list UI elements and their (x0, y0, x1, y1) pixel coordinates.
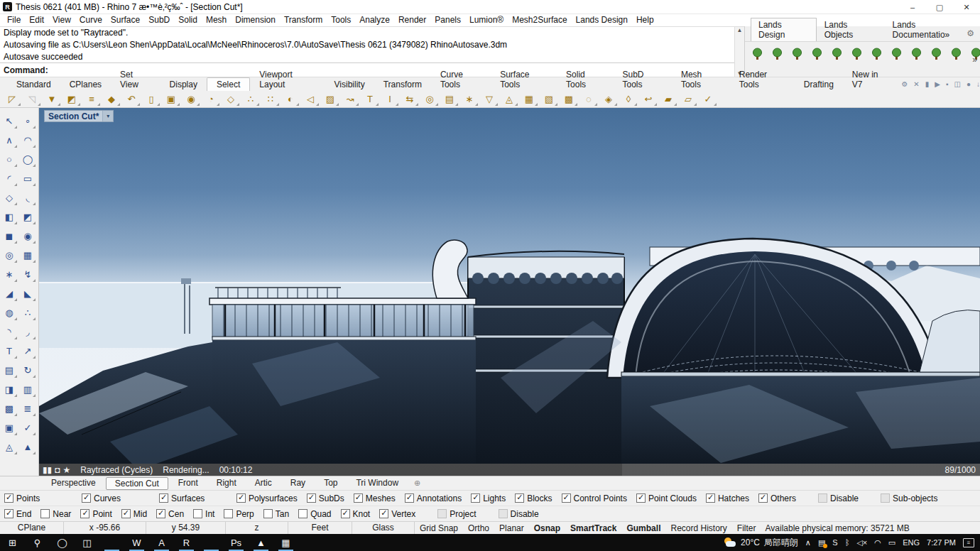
select-boundary-icon[interactable]: ◈ (599, 92, 619, 107)
select-name-icon[interactable]: ▯ (141, 92, 161, 107)
search-button[interactable]: ⚲ (25, 534, 50, 551)
start-button[interactable]: ⊞ (0, 534, 25, 551)
select-extrusion-icon[interactable]: ▩ (559, 92, 579, 107)
viewport-menu-icon[interactable]: ▾ (102, 111, 113, 121)
point-cloud-icon[interactable]: ∴ (19, 304, 36, 321)
select-last-icon[interactable]: ◆ (102, 92, 121, 107)
screenshare-icon[interactable]: ▤ (818, 538, 825, 547)
select-surface-icon[interactable]: ◇ (221, 92, 241, 107)
solid-edit-icon[interactable]: ◨ (1, 381, 18, 398)
osnap-checkbox[interactable]: Perp (224, 509, 254, 519)
status-cell[interactable]: Feet (288, 522, 352, 535)
select-light-icon[interactable]: ∗ (459, 92, 479, 107)
extrude-icon[interactable]: ↯ (19, 266, 36, 283)
select-region-icon[interactable]: ▰ (658, 92, 678, 107)
stop-icon[interactable]: ▪ (946, 80, 949, 89)
settings-gear-icon[interactable]: ⚙ (901, 80, 908, 89)
record-icon[interactable]: ● (967, 80, 971, 89)
selection-filter-checkbox[interactable]: Others (758, 493, 796, 503)
lands-gear-icon[interactable]: ⚙ (967, 28, 974, 38)
osnap-checkbox[interactable]: Int (193, 509, 214, 519)
move-icon[interactable]: ↗ (19, 342, 36, 359)
selection-filter-checkbox[interactable]: Polysurfaces (236, 493, 298, 503)
distribute-icon[interactable]: ≣ (19, 400, 36, 417)
toolbar-tab[interactable]: Viewport Layout (250, 68, 325, 91)
select-color-icon[interactable]: ◉ (181, 92, 201, 107)
selection-filter-checkbox[interactable]: Points (4, 493, 72, 503)
menu-item[interactable]: Render (394, 14, 430, 26)
menu-item[interactable]: Dimension (231, 14, 280, 26)
status-toggle[interactable]: Ortho (463, 523, 494, 533)
ellipse-icon[interactable]: ◯ (19, 151, 36, 168)
battery-icon[interactable]: ▭ (888, 538, 895, 547)
lock-render-icon[interactable]: ◘ (55, 465, 60, 475)
selection-filter-checkbox[interactable]: Point Clouds (636, 493, 697, 503)
new-viewport-tab-icon[interactable]: ⊕ (414, 479, 420, 488)
copy-icon[interactable]: ▣ (1, 419, 18, 436)
viewport-tab[interactable]: Right (208, 477, 245, 490)
toolbar-tab[interactable]: Transform (374, 78, 431, 91)
osnap-checkbox[interactable]: Point (80, 509, 111, 519)
selection-filter-checkbox[interactable]: Annotations (405, 493, 462, 503)
menu-item[interactable]: Mesh2Surface (508, 14, 571, 26)
surface-network-icon[interactable]: ▦ (19, 246, 36, 263)
select-mesh-icon[interactable]: ▦ (519, 92, 539, 107)
selection-filter-checkbox[interactable]: Control Points (562, 493, 627, 503)
status-toggle[interactable]: Gumball (621, 523, 665, 533)
trim-icon[interactable]: ◢ (1, 285, 18, 302)
plant-species-icon[interactable] (769, 45, 785, 63)
viewport-tab[interactable]: Tri Window (347, 477, 407, 490)
lands-overflow-icon[interactable]: » (972, 55, 977, 65)
lands-tab[interactable]: Lands Design (751, 18, 817, 41)
select-layer-icon[interactable]: ≡ (82, 92, 102, 107)
explode-icon[interactable]: ∗ (1, 266, 18, 283)
select-points-icon[interactable]: ◸ (2, 92, 22, 107)
selection-filter-checkbox[interactable]: Blocks (515, 493, 552, 503)
lands-tab[interactable]: Lands Documentatio» (885, 18, 980, 41)
select-small-icon[interactable]: ∴ (241, 92, 261, 107)
status-toggle[interactable]: Filter (732, 523, 761, 533)
osnap-checkbox[interactable]: Tan (263, 509, 289, 519)
selection-filter-checkbox[interactable]: Surfaces (159, 493, 227, 503)
osnap-checkbox[interactable]: Near (40, 509, 71, 519)
close-toolbar-icon[interactable]: ✕ (913, 80, 919, 89)
select-clipping-icon[interactable]: ▽ (479, 92, 499, 107)
box-icon[interactable]: ◼ (1, 227, 18, 244)
shrub-icon[interactable] (869, 45, 884, 63)
block-icon[interactable]: ▤ (1, 361, 18, 378)
status-toggle[interactable]: SmartTrack (565, 523, 621, 533)
menu-item[interactable]: Tools (327, 14, 355, 26)
select-hatch-icon[interactable]: ▨ (320, 92, 340, 107)
select-crossing-icon[interactable]: ◊ (619, 92, 638, 107)
select-polysurface-icon[interactable]: ▧ (539, 92, 559, 107)
scroll-up-icon[interactable]: ▲ (737, 27, 743, 34)
select-id-icon[interactable]: ▣ (161, 92, 181, 107)
selection-filter-checkbox[interactable]: Hatches (706, 493, 749, 503)
panels-icon[interactable]: ◫ (954, 80, 961, 89)
osnap-checkbox[interactable]: Cen (156, 509, 184, 519)
viewport-tab[interactable]: Artic (246, 477, 281, 490)
toolbar-tab[interactable]: Set View (111, 68, 160, 91)
volume-mute-icon[interactable]: ◁× (856, 538, 867, 547)
toolbar-tab[interactable]: SubD Tools (613, 68, 671, 91)
surface-patch-icon[interactable]: ◩ (19, 208, 36, 225)
export-icon[interactable]: ↓ (976, 80, 980, 89)
array-grid-icon[interactable]: ▩ (1, 400, 18, 417)
tray-chevron-icon[interactable]: ∧ (805, 538, 811, 547)
rotate-icon[interactable]: ↻ (19, 361, 36, 378)
photos-icon[interactable]: ▲ (249, 534, 273, 551)
menu-item[interactable]: Curve (75, 14, 107, 26)
menu-item[interactable]: Transform (280, 14, 327, 26)
toolbar-tab[interactable]: New in V7 (843, 68, 898, 91)
toolbar-tab[interactable]: Curve Tools (431, 68, 491, 91)
selection-filter-checkbox[interactable]: Disable (818, 493, 859, 503)
text-icon[interactable]: T (1, 342, 18, 359)
viewport-tab[interactable]: Front (170, 477, 207, 490)
toolbar-tab[interactable]: Select (207, 77, 250, 91)
select-material-icon[interactable]: ◔ (201, 92, 221, 107)
menu-item[interactable]: Panels (430, 14, 465, 26)
clock[interactable]: 7:27 PM (927, 538, 956, 547)
circle-icon[interactable]: ○ (1, 151, 18, 168)
menu-item[interactable]: SubD (144, 14, 174, 26)
adjust-blend-icon[interactable]: ◝ (1, 323, 18, 340)
